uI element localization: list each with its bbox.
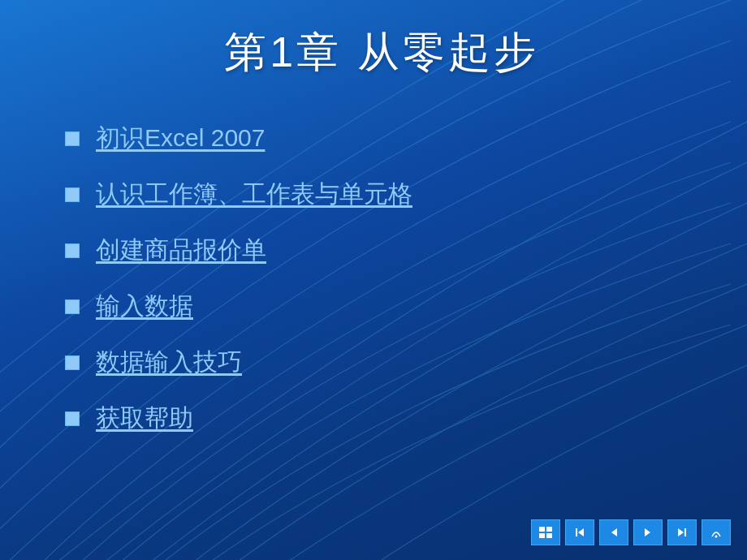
menu-link-5[interactable]: 数据输入技巧 xyxy=(96,346,242,379)
menu-link-4[interactable]: 输入数据 xyxy=(96,290,193,323)
bullet-icon xyxy=(65,243,80,258)
menu-link-1[interactable]: 初识Excel 2007 xyxy=(96,122,265,155)
svg-rect-5 xyxy=(576,528,577,536)
bullet-icon xyxy=(65,187,80,202)
menu-link-2[interactable]: 认识工作簿、工作表与单元格 xyxy=(96,178,412,211)
svg-rect-3 xyxy=(546,533,552,538)
nav-next-button[interactable] xyxy=(633,519,663,545)
bullet-icon xyxy=(65,299,80,314)
nav-last-button[interactable] xyxy=(667,519,697,545)
svg-rect-1 xyxy=(546,527,552,532)
list-item: 输入数据 xyxy=(65,290,698,323)
svg-marker-6 xyxy=(611,528,617,536)
nav-first-button[interactable] xyxy=(565,519,594,545)
list-item: 创建商品报价单 xyxy=(65,234,698,267)
navigation-bar xyxy=(531,519,731,545)
list-item: 数据输入技巧 xyxy=(65,346,698,379)
svg-marker-4 xyxy=(578,528,584,536)
list-item: 认识工作簿、工作表与单元格 xyxy=(65,178,698,211)
svg-point-10 xyxy=(715,536,718,538)
svg-rect-9 xyxy=(684,528,686,536)
svg-rect-2 xyxy=(539,533,545,538)
nav-prev-button[interactable] xyxy=(599,519,628,545)
bullet-icon xyxy=(65,411,80,426)
nav-end-button[interactable] xyxy=(702,519,731,545)
bullet-icon xyxy=(65,131,80,146)
list-item: 获取帮助 xyxy=(65,402,698,435)
nav-menu-button[interactable] xyxy=(531,519,560,545)
svg-marker-8 xyxy=(678,528,684,536)
menu-link-6[interactable]: 获取帮助 xyxy=(96,402,193,435)
menu-link-3[interactable]: 创建商品报价单 xyxy=(96,234,266,267)
content-area: 第1章 从零起步 初识Excel 2007 认识工作簿、工作表与单元格 创建商品… xyxy=(0,0,747,474)
bullet-icon xyxy=(65,355,80,370)
slide: 第1章 从零起步 初识Excel 2007 认识工作簿、工作表与单元格 创建商品… xyxy=(0,0,747,560)
slide-title: 第1章 从零起步 xyxy=(65,24,698,81)
menu-list: 初识Excel 2007 认识工作簿、工作表与单元格 创建商品报价单 输入数据 … xyxy=(65,122,698,435)
list-item: 初识Excel 2007 xyxy=(65,122,698,155)
svg-rect-0 xyxy=(539,527,545,532)
svg-marker-7 xyxy=(645,528,650,536)
